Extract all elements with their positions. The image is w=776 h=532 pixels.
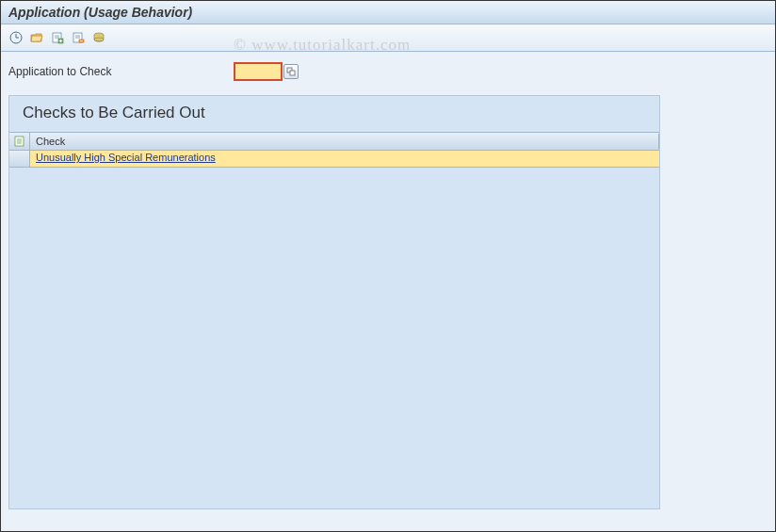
panel-title: Checks to Be Carried Out (9, 96, 659, 132)
open-variant-button[interactable] (27, 28, 46, 47)
clock-execute-icon (9, 31, 23, 44)
create-header-button[interactable] (48, 28, 67, 47)
application-input[interactable] (234, 63, 282, 80)
note-minus-icon (72, 31, 85, 44)
delete-header-button[interactable] (69, 28, 88, 47)
svg-rect-17 (290, 71, 295, 75)
checks-panel: Checks to Be Carried Out Check Unusually… (8, 95, 660, 509)
note-plus-icon (51, 31, 64, 44)
field-label-application: Application to Check (8, 65, 234, 78)
disk-stack-icon (92, 31, 105, 44)
grid-header-row: Check (9, 132, 659, 151)
execute-button[interactable] (7, 28, 25, 47)
window-title: Application (Usage Behavior) (8, 5, 192, 20)
column-header-check[interactable]: Check (30, 134, 659, 149)
window-title-bar: Application (Usage Behavior) (1, 1, 775, 24)
field-row-application: Application to Check (8, 59, 768, 91)
save-variant-button[interactable] (89, 28, 108, 47)
folder-open-icon (30, 31, 43, 44)
main-area: Application to Check Checks to Be Carrie… (1, 52, 775, 532)
search-help-button[interactable] (283, 64, 299, 79)
row-selector[interactable] (9, 151, 30, 167)
select-all-icon (13, 135, 26, 148)
table-row: Unusually High Special Remunerations (9, 151, 659, 168)
toolbar (1, 24, 775, 52)
check-cell-link[interactable]: Unusually High Special Remunerations (30, 151, 659, 167)
input-wrap (234, 63, 299, 80)
select-all-cell[interactable] (9, 133, 30, 150)
search-help-icon (286, 67, 296, 76)
